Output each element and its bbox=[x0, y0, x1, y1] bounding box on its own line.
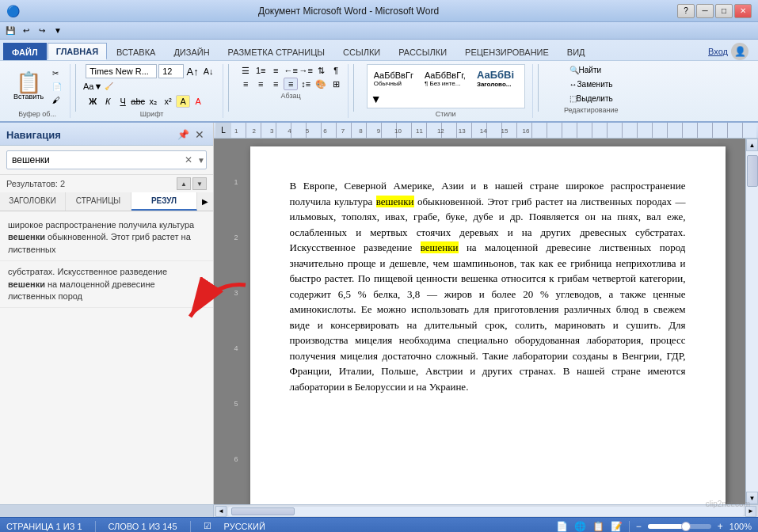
align-justify-btn[interactable]: ≡ bbox=[284, 78, 298, 90]
font-size-input[interactable]: 12 bbox=[158, 64, 184, 78]
help-button[interactable]: ? bbox=[677, 4, 695, 18]
nav-tab-pages[interactable]: СТРАНИЦЫ bbox=[66, 192, 131, 211]
style-heading-btn[interactable]: АаБбВі Заголово... bbox=[472, 67, 519, 89]
nav-tab-headings[interactable]: ЗАГОЛОВКИ bbox=[0, 192, 66, 211]
zoom-thumb[interactable] bbox=[681, 522, 691, 531]
scroll-track[interactable] bbox=[746, 151, 758, 492]
search-dropdown-btn[interactable]: ▼ bbox=[197, 156, 205, 165]
font-color-btn[interactable]: A bbox=[191, 95, 205, 108]
styles-box: АаБбВвГг Обычный АаБбВвГг, ¶ Без инте...… bbox=[367, 64, 525, 108]
border-btn[interactable]: ⊞ bbox=[329, 78, 343, 90]
view-web-btn[interactable]: 🌐 bbox=[574, 521, 586, 532]
zoom-out-btn[interactable]: − bbox=[636, 521, 642, 532]
nav-results-area: Результатов: 2 ▲ ▼ bbox=[0, 175, 213, 192]
find-button[interactable]: 🔍 Найти bbox=[566, 64, 616, 76]
tab-refs[interactable]: ССЫЛКИ bbox=[334, 43, 389, 60]
result2-bold: вешенки bbox=[8, 279, 45, 289]
format-painter-button[interactable]: 🖌 bbox=[49, 94, 65, 106]
tab-mailings[interactable]: РАССЫЛКИ bbox=[390, 43, 455, 60]
status-right: 📄 🌐 📋 📝 − + 100% bbox=[556, 521, 752, 532]
redo-quick-btn[interactable]: ↪ bbox=[35, 24, 49, 38]
subscript-button[interactable]: x₂ bbox=[146, 95, 160, 108]
status-sep-3 bbox=[629, 521, 630, 532]
nav-pin-btn[interactable]: 📌 bbox=[177, 129, 189, 140]
indent-increase-btn[interactable]: →≡ bbox=[299, 64, 313, 77]
copy-button[interactable]: 📄 bbox=[49, 81, 65, 93]
styles-more-btn[interactable]: ▼ bbox=[369, 93, 383, 105]
align-right-btn[interactable]: ≡ bbox=[269, 78, 283, 90]
window-controls[interactable]: ? ─ □ ✕ bbox=[677, 4, 752, 18]
replace-button[interactable]: ↔ Заменить bbox=[566, 78, 616, 90]
tab-review[interactable]: РЕЦЕНЗИРОВАНИЕ bbox=[456, 43, 558, 60]
view-draft-btn[interactable]: 📝 bbox=[611, 521, 623, 532]
highlight-veshenki-2: вешенки bbox=[421, 241, 459, 253]
superscript-button[interactable]: x² bbox=[161, 95, 175, 108]
nav-result-item-2[interactable]: субстратах. Искусственное разведение веш… bbox=[0, 261, 213, 308]
scroll-thumb[interactable] bbox=[747, 155, 758, 187]
underline-button[interactable]: Ч bbox=[116, 95, 130, 108]
customize-quick-btn[interactable]: ▼ bbox=[51, 24, 65, 38]
list-bullet-btn[interactable]: ☰ bbox=[238, 64, 253, 77]
select-button[interactable]: ⬚ Выделить bbox=[566, 93, 616, 104]
font-case-btn[interactable]: Aa▼ bbox=[86, 80, 100, 93]
hscroll-track[interactable] bbox=[228, 507, 744, 516]
clipboard-label: Буфер об... bbox=[18, 110, 56, 118]
paste-button[interactable]: 📋 Вставить bbox=[10, 70, 48, 103]
list-number-btn[interactable]: 1≡ bbox=[253, 64, 268, 77]
main-area: Навигация 📌 ✕ ✕ ▼ Результатов: 2 ▲ ▼ ЗАГ… bbox=[0, 123, 758, 504]
hscroll-thumb[interactable] bbox=[231, 507, 295, 515]
font-name-input[interactable]: Times New R... bbox=[86, 64, 157, 78]
indent-decrease-btn[interactable]: ←≡ bbox=[284, 64, 298, 77]
scroll-up-btn[interactable]: ▲ bbox=[746, 139, 758, 151]
style-normal-btn[interactable]: АаБбВвГг Обычный bbox=[369, 69, 418, 89]
navigation-panel: Навигация 📌 ✕ ✕ ▼ Результатов: 2 ▲ ▼ ЗАГ… bbox=[0, 123, 214, 504]
highlight-btn[interactable]: A bbox=[176, 95, 190, 108]
tab-layout[interactable]: РАЗМЕТКА СТРАНИЦЫ bbox=[219, 43, 333, 60]
tab-view[interactable]: ВИД bbox=[558, 43, 594, 60]
tab-home[interactable]: ГЛАВНАЯ bbox=[48, 43, 107, 60]
style-heading-label: Заголово... bbox=[477, 81, 514, 88]
clear-format-btn[interactable]: 🧹 bbox=[101, 80, 116, 93]
nav-result-item-1[interactable]: широкое распространение получила культур… bbox=[0, 215, 213, 261]
sort-btn[interactable]: ⇅ bbox=[314, 64, 328, 77]
login-link[interactable]: Вход bbox=[708, 47, 728, 56]
save-quick-btn[interactable]: 💾 bbox=[3, 24, 17, 38]
zoom-in-btn[interactable]: + bbox=[718, 521, 723, 532]
hscroll-bar: ◄ ► bbox=[0, 504, 758, 517]
tab-design[interactable]: ДИЗАЙН bbox=[165, 43, 218, 60]
cut-button[interactable]: ✂ bbox=[49, 67, 65, 79]
nav-search-input[interactable] bbox=[6, 150, 207, 169]
nav-prev-btn[interactable]: ▲ bbox=[177, 177, 191, 190]
maximize-button[interactable]: □ bbox=[715, 4, 733, 18]
view-outline-btn[interactable]: 📋 bbox=[592, 521, 604, 532]
close-button[interactable]: ✕ bbox=[734, 4, 752, 18]
doc-scroll[interactable]: 1 2 3 4 5 6 7 8 В Европе, Северной Амери… bbox=[214, 139, 745, 504]
bold-button[interactable]: Ж bbox=[86, 95, 100, 108]
paste-label: Вставить bbox=[13, 93, 44, 101]
undo-quick-btn[interactable]: ↩ bbox=[19, 24, 33, 38]
status-sep-1 bbox=[95, 521, 96, 532]
show-marks-btn[interactable]: ¶ bbox=[329, 64, 343, 77]
align-center-btn[interactable]: ≡ bbox=[253, 78, 268, 90]
style-noint-btn[interactable]: АаБбВвГг, ¶ Без инте... bbox=[420, 69, 470, 89]
hscroll-left-btn[interactable]: ◄ bbox=[215, 506, 227, 517]
line-spacing-btn[interactable]: ↕≡ bbox=[299, 78, 313, 90]
list-multi-btn[interactable]: ≡ bbox=[269, 64, 283, 77]
font-group: Times New R... 12 A↑ A↓ Aa▼ 🧹 Ж К Ч abc … bbox=[81, 64, 223, 118]
align-left-btn[interactable]: ≡ bbox=[238, 78, 253, 90]
nav-next-btn[interactable]: ▼ bbox=[192, 177, 207, 190]
search-clear-btn[interactable]: ✕ bbox=[185, 154, 192, 165]
zoom-bar[interactable] bbox=[648, 524, 711, 529]
tab-insert[interactable]: ВСТАВКА bbox=[108, 43, 164, 60]
view-print-btn[interactable]: 📄 bbox=[556, 521, 568, 532]
minimize-button[interactable]: ─ bbox=[696, 4, 714, 18]
nav-tabs-more[interactable]: ▶ bbox=[197, 192, 213, 211]
tab-file[interactable]: ФАЙЛ bbox=[3, 43, 47, 60]
nav-close-btn[interactable]: ✕ bbox=[192, 127, 207, 142]
shading-btn[interactable]: 🎨 bbox=[314, 78, 328, 90]
nav-tab-results[interactable]: РЕЗУЛ bbox=[131, 192, 197, 211]
font-size-increase-btn[interactable]: A↑ bbox=[185, 65, 200, 78]
strikethrough-button[interactable]: abc bbox=[131, 95, 145, 108]
font-size-decrease-btn[interactable]: A↓ bbox=[201, 65, 215, 78]
italic-button[interactable]: К bbox=[101, 95, 115, 108]
